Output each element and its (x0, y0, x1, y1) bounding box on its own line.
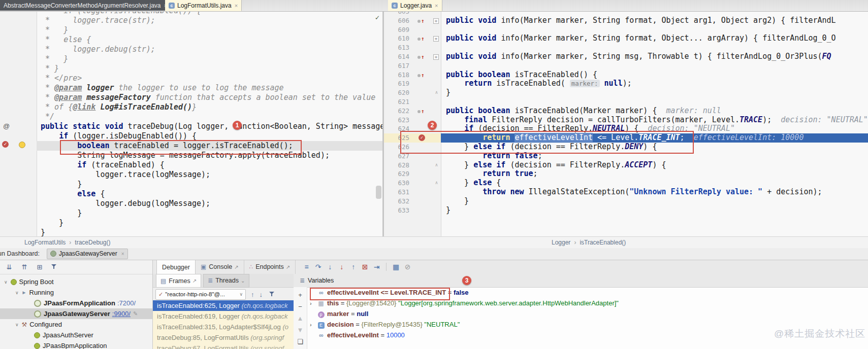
code-line[interactable]: 632 } (384, 197, 868, 206)
code-line[interactable]: String logMessage = messageFactory.apply… (37, 151, 382, 160)
gutter-icons[interactable] (414, 97, 441, 107)
code-line[interactable]: } (37, 228, 382, 236)
editor-logformatutils[interactable]: @ ✓ ✓ * if (logger.isTraceEnabled()) { *… (0, 11, 382, 236)
run-dashboard-item[interactable]: JPaasBpmApplication (0, 340, 152, 349)
code-line[interactable]: 621 (384, 97, 868, 107)
code-line[interactable]: 623 final FilterReply decision = callTur… (384, 116, 868, 125)
stack-frame[interactable]: isTraceEnabled:619, Logger (ch.qos.logba… (153, 311, 294, 322)
code-line[interactable]: * else { (37, 35, 382, 45)
code-line[interactable]: * } (37, 54, 382, 64)
fold-icon[interactable]: ∧ (434, 181, 439, 185)
step-out-icon[interactable]: ↑ (349, 263, 358, 271)
stack-frame[interactable]: isTraceEnabled:315, LogAdapter$Slf4jLog … (153, 322, 294, 332)
code-line[interactable]: boolean traceEnabled = logger.isTraceEna… (37, 141, 382, 151)
tab-frames[interactable]: ▤ Frames ↗ (156, 274, 201, 287)
close-icon[interactable]: × (121, 251, 124, 257)
tab-logger[interactable]: c Logger.java × (388, 0, 442, 11)
breadcrumb-method[interactable]: traceDebug() (75, 239, 110, 246)
editor-split-divider[interactable] (382, 11, 384, 248)
gutter-icons[interactable]: ↑ (414, 107, 441, 116)
tab-console[interactable]: ▣ Console ↗ (196, 260, 244, 274)
gutter-icons[interactable] (414, 43, 441, 52)
gutter-icons[interactable] (414, 61, 441, 71)
editor-logger[interactable]: 605606↑+public void info(Marker marker, … (384, 11, 868, 236)
fold-icon[interactable]: + (433, 54, 439, 60)
gutter-icons[interactable] (414, 25, 441, 34)
copy-value-icon[interactable]: ❏ (294, 338, 307, 345)
code-line[interactable]: logger.trace(logMessage); (37, 170, 382, 180)
editor-scrollbar[interactable] (376, 186, 381, 199)
close-icon[interactable]: × (235, 3, 238, 9)
expand-icon[interactable]: › (310, 322, 317, 328)
force-step-into-icon[interactable]: ↓ (337, 263, 346, 271)
code-line[interactable]: 625✓ return effectiveLevelInt <= Level.T… (384, 133, 868, 143)
code-line[interactable]: * } (37, 25, 382, 35)
intention-bulb-icon[interactable] (19, 142, 25, 148)
code-line[interactable]: 618↑public boolean isTraceEnabled() { (384, 71, 868, 80)
fold-icon[interactable]: ∧ (434, 163, 439, 167)
gutter-icons[interactable] (414, 197, 441, 206)
gutter-icons[interactable]: ↑+ (414, 16, 441, 25)
breakpoint-icon[interactable]: ✓ (419, 134, 425, 141)
code-line[interactable]: 624 if (decision == FilterReply.NEUTRAL)… (384, 124, 868, 133)
code-line[interactable]: 628∧ } else if (decision == FilterReply.… (384, 161, 868, 170)
chevron-down-icon[interactable]: ∨ (15, 322, 19, 327)
run-dashboard-item[interactable]: JpaasAuthServer (0, 330, 152, 340)
drop-frame-icon[interactable]: ⊠ (361, 263, 369, 271)
code-line[interactable]: else { (37, 189, 382, 199)
code-line[interactable]: * </pre> (37, 74, 382, 83)
tab-abstract-message-converter[interactable]: AbstractMessageConverterMethodArgumentRe… (0, 0, 171, 11)
gutter-icons[interactable] (414, 188, 441, 197)
tab-endpoints[interactable]: ∴ Endpoints ↗ (244, 260, 296, 274)
gutter-icons[interactable]: ↑+ (414, 34, 441, 43)
view-breakpoints-icon[interactable]: ▦ (392, 263, 400, 271)
mute-breakpoints-icon[interactable]: ⊘ (403, 263, 412, 271)
variable-row[interactable]: ∞effectiveLevelInt <= Level.TRACE_INT = … (307, 287, 868, 298)
code-line[interactable]: if (logger.isDebugEnabled()) { (37, 131, 382, 141)
breadcrumb-class[interactable]: Logger (552, 239, 570, 246)
gutter-icons[interactable]: ✓ (414, 133, 441, 143)
code-area[interactable]: * if (logger.isTraceEnabled()) { * logge… (37, 11, 382, 236)
code-line[interactable]: * @param logger the logger to use to log… (37, 83, 382, 93)
collapse-all-icon[interactable]: ⇈ (20, 263, 28, 271)
run-dashboard-item[interactable]: ∨⚒Configured (0, 319, 152, 330)
gutter-icons[interactable] (414, 206, 441, 215)
port-link[interactable]: :9900/ (112, 310, 131, 318)
filter-frames-icon[interactable] (269, 291, 275, 297)
show-execution-point-icon[interactable]: ≡ (302, 263, 311, 271)
fold-icon[interactable]: + (433, 36, 439, 42)
code-line[interactable]: * @param messageFactory function that ac… (37, 93, 382, 102)
code-line[interactable]: 610↑+public void info(Marker marker, Str… (384, 34, 868, 43)
run-config-tab[interactable]: JpaasGatewayServer × (47, 249, 128, 259)
edit-icon[interactable]: ✎ (133, 310, 138, 317)
code-line[interactable]: 613 (384, 43, 868, 52)
filter-icon[interactable] (51, 264, 57, 270)
tab-debugger[interactable]: Debugger (156, 260, 196, 274)
code-line[interactable]: } (37, 218, 382, 228)
code-line[interactable]: 609 (384, 25, 868, 34)
fold-icon[interactable]: ∧ (434, 90, 439, 95)
gutter-icons[interactable]: ↑+ (414, 52, 441, 61)
tab-threads[interactable]: ≣ Threads ⌄ (203, 274, 249, 288)
step-into-icon[interactable]: ↓ (326, 263, 334, 271)
step-over-icon[interactable]: ↷ (314, 263, 323, 271)
code-line[interactable]: 620∧} (384, 88, 868, 97)
code-line[interactable]: 627 return false; (384, 152, 868, 161)
code-area[interactable]: 605606↑+public void info(Marker marker, … (384, 11, 868, 215)
gutter-icons[interactable]: ↑ (414, 71, 441, 80)
frame-up-icon[interactable]: ↑ (251, 291, 254, 298)
run-dashboard-item[interactable]: ∨Spring Boot (0, 276, 152, 287)
code-line[interactable]: * of {@link Log#isTraceEnabled()} (37, 102, 382, 112)
stack-frame[interactable]: isTraceEnabled:625, Logger (ch.qos.logba… (153, 300, 294, 311)
gutter-icons[interactable] (414, 11, 441, 16)
stack-frame[interactable]: traceDebug:67, LogFormatUtils (org.sprin… (153, 343, 294, 349)
code-line[interactable]: 622↑public boolean isTraceEnabled(Marker… (384, 107, 868, 116)
code-line[interactable]: 606↑+public void info(Marker marker, Str… (384, 16, 868, 25)
stack-frame[interactable]: traceDebug:85, LogFormatUtils (org.sprin… (153, 332, 294, 343)
code-line[interactable]: if (traceEnabled) { (37, 160, 382, 170)
run-dashboard-item[interactable]: ∨►Running (0, 287, 152, 298)
tab-logformatutils[interactable]: c LogFormatUtils.java × (165, 0, 242, 11)
panel-divider[interactable] (152, 260, 153, 349)
code-line[interactable]: logger.debug(logMessage); (37, 199, 382, 208)
gutter-icons[interactable]: ∧ (414, 88, 441, 97)
